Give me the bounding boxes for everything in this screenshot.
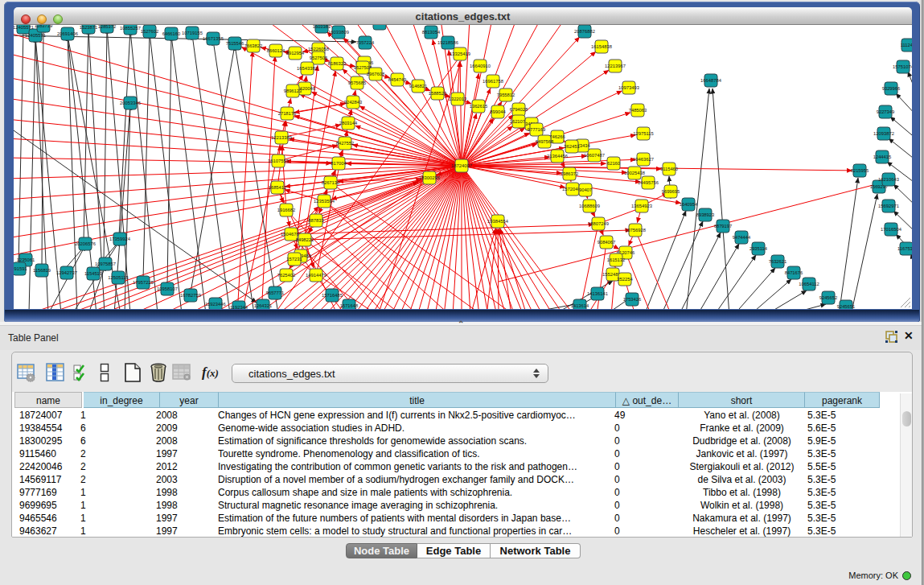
svg-text:8498222: 8498222 (296, 237, 314, 242)
svg-text:17359924: 17359924 (109, 237, 131, 241)
svg-text:16033809: 16033809 (328, 30, 349, 35)
svg-text:19384554: 19384554 (487, 219, 509, 224)
svg-text:90407: 90407 (579, 187, 592, 192)
svg-text:12213967: 12213967 (605, 64, 626, 68)
svg-text:111243: 111243 (901, 43, 912, 47)
svg-text:15716485: 15716485 (322, 293, 343, 298)
svg-text:1283719: 1283719 (35, 25, 53, 28)
svg-text:1192344: 1192344 (230, 305, 248, 309)
svg-text:1571648: 1571648 (340, 303, 359, 308)
svg-text:2803144: 2803144 (339, 121, 358, 126)
svg-text:9146821: 9146821 (409, 84, 428, 89)
svg-text:1916682: 1916682 (277, 208, 296, 212)
svg-text:1167533: 1167533 (897, 246, 912, 251)
svg-text:8427552: 8427552 (336, 141, 355, 146)
svg-text:899044: 899044 (490, 109, 506, 114)
svg-text:14136141: 14136141 (587, 291, 608, 296)
svg-text:20053346: 20053346 (120, 101, 141, 105)
svg-text:1285372: 1285372 (98, 25, 117, 29)
svg-text:9245651: 9245651 (837, 304, 856, 309)
svg-text:13654923: 13654923 (631, 204, 652, 208)
svg-text:12942737: 12942737 (56, 270, 77, 275)
svg-text:15692971: 15692971 (878, 204, 899, 208)
svg-text:20691406: 20691406 (57, 31, 78, 36)
svg-text:887833: 887833 (308, 218, 323, 223)
svg-text:19218586: 19218586 (437, 40, 458, 45)
svg-text:6466160: 6466160 (162, 31, 181, 36)
svg-text:16782759: 16782759 (180, 293, 201, 298)
svg-text:8215955: 8215955 (851, 168, 869, 173)
svg-text:1640954: 1640954 (680, 202, 698, 207)
svg-text:8454749: 8454749 (388, 77, 407, 82)
svg-text:9657771: 9657771 (266, 290, 285, 295)
svg-text:17957225: 17957225 (133, 280, 154, 285)
svg-text:7625402: 7625402 (277, 273, 296, 278)
svg-text:10688609: 10688609 (579, 204, 600, 208)
svg-text:8471676: 8471676 (785, 270, 803, 275)
svg-text:9329966: 9329966 (882, 86, 901, 91)
svg-text:16543382: 16543382 (297, 66, 318, 71)
svg-text:16671355: 16671355 (203, 36, 224, 41)
svg-text:16961758: 16961758 (483, 79, 503, 84)
svg-text:10973493: 10973493 (618, 85, 639, 90)
svg-text:10654112: 10654112 (799, 282, 819, 286)
svg-text:362451: 362451 (564, 144, 579, 149)
svg-text:12405571: 12405571 (25, 33, 46, 38)
svg-text:2967608: 2967608 (367, 72, 385, 76)
svg-text:15226058: 15226058 (308, 47, 329, 51)
svg-text:62160: 62160 (607, 161, 620, 166)
svg-text:1362615: 1362615 (470, 104, 488, 109)
svg-text:6879197: 6879197 (714, 224, 733, 229)
svg-text:6794028: 6794028 (510, 107, 528, 112)
svg-text:14495756: 14495756 (638, 180, 659, 185)
svg-text:18807249: 18807249 (588, 221, 609, 226)
svg-text:20206576: 20206576 (75, 241, 96, 246)
svg-text:1154519: 1154519 (84, 271, 102, 276)
svg-text:2935114: 2935114 (749, 246, 768, 251)
svg-text:10855257: 10855257 (120, 26, 141, 31)
svg-text:9245652: 9245652 (819, 295, 838, 300)
svg-text:7485063: 7485063 (629, 108, 647, 113)
svg-text:9242843: 9242843 (344, 100, 363, 105)
svg-text:16210643: 16210643 (878, 177, 899, 182)
svg-text:1603381: 1603381 (313, 25, 331, 29)
svg-text:817004: 817004 (331, 161, 347, 166)
svg-text:12505115: 12505115 (108, 275, 128, 280)
svg-text:1685412: 1685412 (269, 185, 287, 190)
svg-text:16107553: 16107553 (268, 159, 289, 163)
svg-text:9575685: 9575685 (348, 80, 367, 85)
svg-text:9527505: 9527505 (310, 56, 328, 60)
svg-text:7515546: 7515546 (226, 41, 244, 46)
svg-text:8938923: 8938923 (696, 212, 715, 217)
svg-text:9474444: 9474444 (733, 235, 751, 240)
svg-text:1244415: 1244415 (873, 154, 892, 159)
svg-text:10756928: 10756928 (625, 228, 646, 233)
svg-text:8186323: 8186323 (328, 61, 347, 66)
svg-text:9115460: 9115460 (660, 167, 678, 171)
svg-text:1615132: 1615132 (607, 257, 626, 262)
svg-text:12975115: 12975115 (633, 131, 653, 136)
svg-text:21364456: 21364456 (547, 154, 568, 159)
svg-text:8813054: 8813054 (422, 30, 441, 35)
svg-text:7663822: 7663822 (244, 43, 263, 48)
svg-text:2718176: 2718176 (278, 111, 297, 116)
svg-text:12213389: 12213389 (271, 135, 292, 140)
svg-text:16640910: 16640910 (470, 64, 491, 68)
svg-text:1588520: 1588520 (429, 91, 447, 96)
svg-text:10607487: 10607487 (584, 153, 605, 158)
svg-text:1322013: 1322013 (449, 97, 467, 101)
svg-text:10025438: 10025438 (624, 171, 645, 175)
svg-text:12353594: 12353594 (314, 199, 335, 204)
svg-text:14914479: 14914479 (306, 273, 326, 278)
svg-text:7955812: 7955812 (497, 93, 515, 97)
svg-text:1413614: 1413614 (571, 303, 589, 308)
svg-text:9084067: 9084067 (598, 240, 616, 245)
svg-text:10958107: 10958107 (157, 286, 178, 291)
svg-text:18300295: 18300295 (419, 175, 440, 180)
svg-text:18724007: 18724007 (451, 163, 472, 168)
svg-text:9777169: 9777169 (528, 127, 546, 132)
svg-text:157231: 157231 (286, 257, 302, 262)
svg-text:1264321: 1264321 (254, 303, 273, 308)
svg-text:16648784: 16648784 (700, 78, 722, 83)
svg-text:6497568: 6497568 (536, 139, 554, 144)
